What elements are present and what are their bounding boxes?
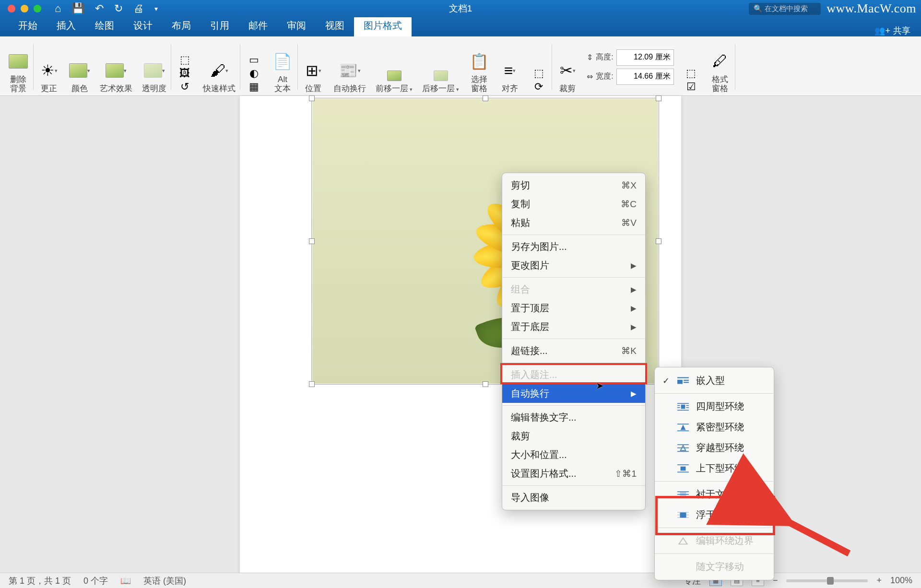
align-button[interactable]: ≡ 对齐 <box>495 40 525 94</box>
ctx-change-picture[interactable]: 更改图片▶ <box>502 256 645 275</box>
tab-review[interactable]: 审阅 <box>277 15 316 36</box>
share-icon: 👥+ <box>874 25 890 36</box>
tab-layout[interactable]: 布局 <box>162 15 201 36</box>
tab-picture-format[interactable]: 图片格式 <box>354 15 412 36</box>
resize-handle-w[interactable] <box>309 238 315 244</box>
tab-mail[interactable]: 邮件 <box>239 15 277 36</box>
resize-handle-ne[interactable] <box>656 95 661 101</box>
wrap-submenu: ✓嵌入型 四周型环绕 紧密型环绕 穿越型环绕 上下型环绕 衬于文字下方 浮于文字… <box>654 367 774 580</box>
wrap-tight[interactable]: 紧密型环绕 <box>655 417 774 437</box>
rotate-icon[interactable]: ⟳ <box>530 80 547 94</box>
wrap-in-front-of-text[interactable]: 浮于文字上方 <box>655 505 774 525</box>
status-bar: 第 1 页，共 1 页 0 个字 📖 英语 (美国) 专注 ▦ ▤ ≡ − + … <box>0 573 921 588</box>
ctx-crop[interactable]: 裁剪 <box>502 427 645 446</box>
ctx-bring-to-front[interactable]: 置于顶层▶ <box>502 299 645 318</box>
ctx-format-picture[interactable]: 设置图片格式...⇧⌘1 <box>502 464 645 483</box>
picture-layout-icon[interactable]: ▦ <box>245 80 262 94</box>
spellcheck-icon[interactable]: 📖 <box>120 576 131 586</box>
ctx-paste[interactable]: 粘贴⌘V <box>502 213 645 232</box>
picture-effects-icon[interactable]: ◐ <box>245 67 262 80</box>
resize-handle-nw[interactable] <box>309 95 315 101</box>
quick-styles-button[interactable]: 🖌 快速样式 <box>198 40 240 94</box>
ctx-insert-caption: 插入题注... <box>502 365 645 384</box>
resize-handle-e[interactable] <box>656 238 661 244</box>
crop-button[interactable]: ✂ 裁剪 <box>552 40 583 94</box>
resize-handle-sw[interactable] <box>309 381 315 387</box>
transparency-button[interactable]: 透明度 <box>137 40 171 94</box>
ctx-import-image[interactable]: 导入图像 <box>502 488 645 507</box>
wrap-behind-text[interactable]: 衬于文字下方 <box>655 484 774 505</box>
wrap-inline[interactable]: ✓嵌入型 <box>655 370 774 391</box>
zoom-level[interactable]: 100% <box>890 576 912 586</box>
wrap-through[interactable]: 穿越型环绕 <box>655 437 774 458</box>
resize-handle-n[interactable] <box>483 95 488 101</box>
tab-view[interactable]: 视图 <box>316 15 354 36</box>
height-input[interactable] <box>616 49 674 66</box>
selection-pane-button[interactable]: 📋 选择 窗格 <box>464 40 495 94</box>
zoom-slider[interactable] <box>786 579 868 582</box>
svg-rect-5 <box>677 403 689 404</box>
wrap-behind-icon <box>677 489 689 500</box>
page-count[interactable]: 第 1 页，共 1 页 <box>9 575 71 587</box>
transparency-icon <box>144 60 165 81</box>
document-canvas[interactable] <box>0 96 921 573</box>
svg-rect-15 <box>677 444 689 445</box>
home-icon[interactable]: ⌂ <box>55 2 61 15</box>
ctx-save-as-picture[interactable]: 另存为图片... <box>502 237 645 256</box>
undo-icon[interactable]: ↶ <box>95 2 104 15</box>
group-icon[interactable]: ⬚ <box>530 67 547 80</box>
minimize-window-button[interactable] <box>21 5 28 12</box>
ctx-size-position[interactable]: 大小和位置... <box>502 446 645 464</box>
print-icon[interactable]: 🖨 <box>133 2 144 15</box>
resize-handle-s[interactable] <box>483 381 488 387</box>
ctx-cut[interactable]: 剪切⌘X <box>502 176 645 195</box>
alt-text-button[interactable]: 📄 Alt 文本 <box>267 40 298 94</box>
remove-background-button[interactable]: 删除 背景 <box>3 40 34 94</box>
tab-design[interactable]: 设计 <box>124 15 162 36</box>
ctx-send-to-back[interactable]: 置于底层▶ <box>502 318 645 336</box>
crop-icon: ✂ <box>557 60 578 81</box>
width-icon: ⇔ <box>587 72 593 81</box>
compress-pictures-icon[interactable]: ⬚ <box>176 53 193 67</box>
bring-forward-button[interactable]: 前移一层 <box>371 40 417 94</box>
zoom-in-button[interactable]: + <box>876 576 882 586</box>
document-title: 文档1 <box>449 2 472 15</box>
tab-insert[interactable]: 插入 <box>47 15 85 36</box>
color-button[interactable]: 颜色 <box>64 40 95 94</box>
ctx-edit-alt-text[interactable]: 编辑替换文字... <box>502 408 645 427</box>
ctx-copy[interactable]: 复制⌘C <box>502 195 645 213</box>
redo-icon[interactable]: ↻ <box>114 2 123 15</box>
close-window-button[interactable] <box>8 5 15 12</box>
tab-home[interactable]: 开始 <box>9 15 47 36</box>
picture-border-icon[interactable]: ▭ <box>245 53 262 67</box>
change-picture-icon[interactable]: 🖼 <box>176 67 193 80</box>
wrap-icon: 📰 <box>339 60 360 81</box>
wrap-top-bottom[interactable]: 上下型环绕 <box>655 458 774 479</box>
language-status[interactable]: 英语 (美国) <box>143 575 186 587</box>
lock-aspect-icon[interactable]: ☑ <box>683 80 700 94</box>
svg-rect-0 <box>677 377 689 378</box>
reset-picture-icon[interactable]: ↺ <box>176 80 193 94</box>
search-input[interactable]: 🔍 在文档中搜索 <box>749 3 821 15</box>
tab-references[interactable]: 引用 <box>201 15 239 36</box>
ctx-wrap-text[interactable]: 自动换行▶ <box>502 384 645 403</box>
position-button[interactable]: ⊞ 位置 <box>298 40 329 94</box>
maximize-window-button[interactable] <box>34 5 41 12</box>
qat-customize-icon[interactable]: ▾ <box>154 5 158 12</box>
save-icon[interactable]: 💾 <box>71 2 84 15</box>
width-label: 宽度: <box>596 71 613 82</box>
artistic-effects-button[interactable]: 艺术效果 <box>95 40 137 94</box>
word-count[interactable]: 0 个字 <box>83 575 108 587</box>
send-backward-button[interactable]: 后移一层 <box>417 40 464 94</box>
wrap-square[interactable]: 四周型环绕 <box>655 396 774 417</box>
format-pane-button[interactable]: 🖊 格式 窗格 <box>705 40 735 94</box>
border-effects-group: ▭ ◐ ▦ <box>240 40 267 94</box>
svg-rect-23 <box>677 494 689 494</box>
wrap-text-button[interactable]: 📰 自动换行 <box>329 40 371 94</box>
share-button[interactable]: 👥+共享 <box>874 25 921 36</box>
reset-size-icon[interactable]: ⬚ <box>683 67 700 80</box>
ctx-hyperlink[interactable]: 超链接...⌘K <box>502 341 645 360</box>
width-input[interactable] <box>616 69 674 85</box>
corrections-button[interactable]: ☀ 更正 <box>34 40 64 94</box>
tab-draw[interactable]: 绘图 <box>85 15 124 36</box>
